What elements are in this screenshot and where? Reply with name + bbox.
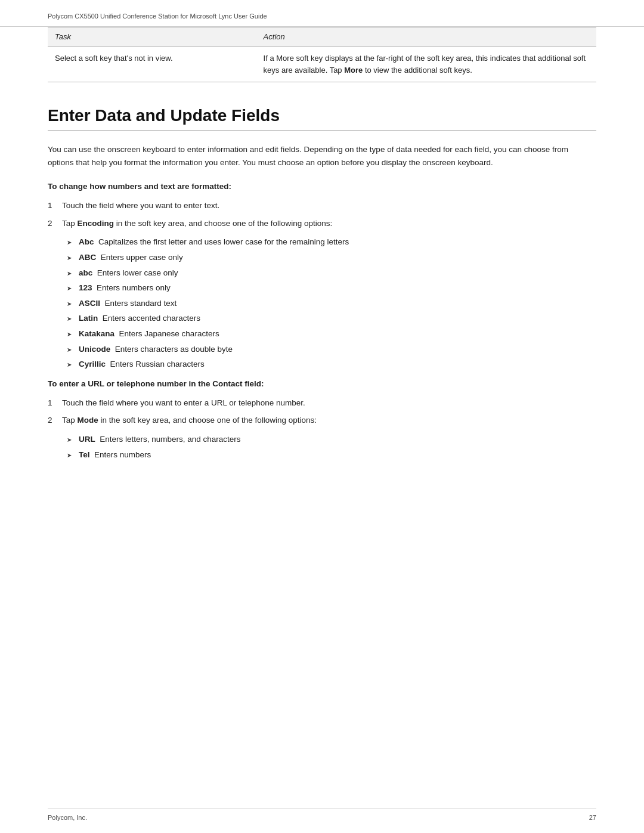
intro-text: You can use the onscreen keyboard to ent… — [48, 143, 596, 169]
list-item: abc Enters lower case only — [67, 267, 596, 280]
option-cyrillic-text: Enters Russian characters — [106, 360, 205, 368]
list-item: Unicode Enters characters as double byte — [67, 343, 596, 356]
option-ABC-text: Enters upper case only — [96, 253, 183, 262]
option-url-text: Enters letters, numbers, and characters — [95, 435, 241, 444]
list-item: URL Enters letters, numbers, and charact… — [67, 433, 596, 446]
option-unicode-bold: Unicode — [79, 345, 110, 354]
subsection1-heading: To change how numbers and text are forma… — [48, 182, 596, 191]
list-number: 2 — [48, 217, 52, 230]
list-number: 2 — [48, 414, 52, 427]
option-latin-bold: Latin — [79, 314, 98, 323]
option-latin-text: Enters accented characters — [98, 314, 200, 323]
encoding-bullet-list: Abc Capitalizes the first letter and use… — [67, 236, 596, 370]
option-ABC-bold: ABC — [79, 253, 96, 262]
subsection1-steps: 1 Touch the field where you want to ente… — [48, 199, 596, 230]
list-item: ASCII Enters standard text — [67, 297, 596, 310]
page-header: Polycom CX5500 Unified Conference Statio… — [0, 0, 644, 27]
subsection2-heading-after: field: — [243, 379, 264, 388]
table-row: Select a soft key that's not in view. If… — [48, 47, 596, 82]
option-abc-lower-bold: abc — [79, 268, 92, 277]
step1-text: Touch the field where you want to enter … — [62, 398, 305, 407]
list-item: Cyrillic Enters Russian characters — [67, 358, 596, 371]
option-ascii-bold: ASCII — [79, 299, 100, 308]
footer-company: Polycom, Inc. — [48, 814, 87, 821]
list-number: 1 — [48, 199, 52, 212]
subsection2-heading: To enter a URL or telephone number in th… — [48, 379, 596, 388]
step2-pre: Tap Mode in the soft key area, and choos… — [62, 416, 317, 425]
option-abc-bold: Abc — [79, 237, 94, 246]
content-table: Task Action Select a soft key that's not… — [48, 27, 596, 82]
main-content: Enter Data and Update Fields You can use… — [0, 82, 644, 505]
encoding-bold: Encoding — [78, 219, 114, 228]
list-item: Abc Capitalizes the first letter and use… — [67, 236, 596, 249]
step2-pre: Tap Encoding in the soft key area, and c… — [62, 219, 332, 228]
option-abc-lower-text: Enters lower case only — [92, 268, 178, 277]
action-text-pre: If a More soft key displays at the far-r… — [264, 54, 586, 75]
list-item: 2 Tap Mode in the soft key area, and cho… — [48, 414, 596, 427]
table-section: Task Action Select a soft key that's not… — [0, 27, 644, 82]
col-action-header: Action — [256, 27, 596, 47]
section-title: Enter Data and Update Fields — [48, 106, 596, 131]
list-item: Tel Enters numbers — [67, 448, 596, 462]
option-123-text: Enters numbers only — [92, 283, 171, 292]
option-katakana-text: Enters Japanese characters — [114, 329, 219, 338]
list-item: ABC Enters upper case only — [67, 251, 596, 264]
header-text: Polycom CX5500 Unified Conference Statio… — [48, 13, 267, 20]
page-footer: Polycom, Inc. 27 — [48, 809, 596, 821]
option-katakana-bold: Katakana — [79, 329, 114, 338]
table-header-row: Task Action — [48, 27, 596, 47]
footer-page-number: 27 — [589, 814, 596, 821]
subsection2-steps: 1 Touch the field where you want to ente… — [48, 397, 596, 427]
list-item: Katakana Enters Japanese characters — [67, 327, 596, 340]
col-task-header: Task — [48, 27, 256, 47]
table-cell-task: Select a soft key that's not in view. — [48, 47, 256, 82]
option-unicode-text: Enters characters as double byte — [110, 345, 233, 354]
list-item: 1 Touch the field where you want to ente… — [48, 397, 596, 410]
list-item: 1 Touch the field where you want to ente… — [48, 199, 596, 212]
mode-bold: Mode — [78, 416, 98, 425]
option-tel-text: Enters numbers — [90, 450, 151, 459]
list-item: 2 Tap Encoding in the soft key area, and… — [48, 217, 596, 230]
table-cell-action: If a More soft key displays at the far-r… — [256, 47, 596, 82]
option-123-bold: 123 — [79, 283, 92, 292]
page-wrapper: Polycom CX5500 Unified Conference Statio… — [0, 0, 644, 833]
option-tel-bold: Tel — [79, 450, 90, 459]
option-url-bold: URL — [79, 435, 95, 444]
list-item: 123 Enters numbers only — [67, 281, 596, 295]
step1-text: Touch the field where you want to enter … — [62, 201, 219, 210]
option-cyrillic-bold: Cyrillic — [79, 360, 106, 368]
subsection2-heading-pre: To enter a URL or telephone number in th… — [48, 379, 212, 388]
option-ascii-text: Enters standard text — [100, 299, 177, 308]
list-item: Latin Enters accented characters — [67, 312, 596, 325]
mode-bullet-list: URL Enters letters, numbers, and charact… — [67, 433, 596, 461]
option-abc-text: Capitalizes the first letter and uses lo… — [94, 237, 349, 246]
subsection2-heading-bold: Contact — [212, 379, 242, 388]
list-number: 1 — [48, 397, 52, 410]
